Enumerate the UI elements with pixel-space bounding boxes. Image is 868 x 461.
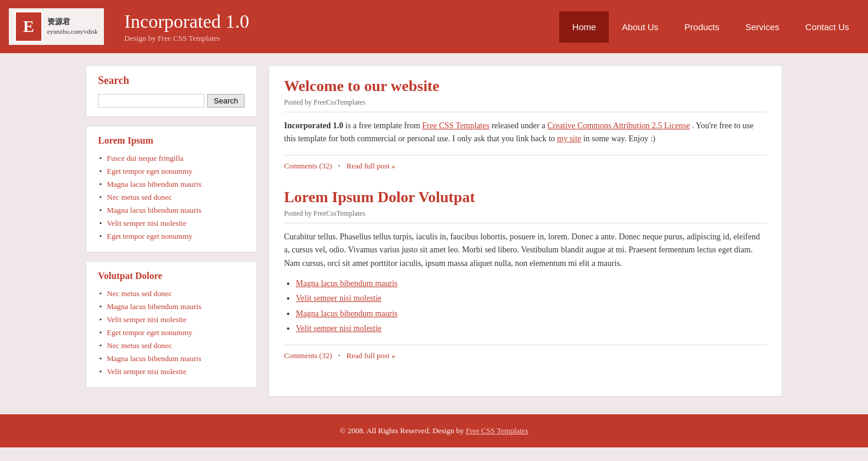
post-2-read-more[interactable]: Read full post » [347, 351, 396, 361]
post-2-list-link[interactable]: Velit semper nisi molestie [296, 324, 381, 333]
nav-home[interactable]: Home [559, 11, 609, 43]
logo-url: eyunzhu.com/vdisk [47, 27, 98, 36]
search-heading: Search [98, 74, 244, 87]
post-2-list-link[interactable]: Velit semper nisi molestie [296, 294, 381, 303]
logo-site-name: 资源君 [47, 17, 98, 27]
lorem-widget: Lorem Ipsum Fusce dui neque fringilla Eg… [86, 126, 257, 252]
footer-link[interactable]: Free CSS Templates [466, 426, 528, 435]
post-2: Lorem Ipsum Dolor Volutpat Posted by Fre… [284, 189, 767, 361]
site-title-area: Incorporated 1.0 Design by Free CSS Temp… [113, 11, 560, 43]
post-1-body: Incorporated 1.0 is a free template from… [284, 119, 767, 146]
post-1-text4: in some way. Enjoy :) [583, 134, 655, 143]
list-item-link[interactable]: Nec metus sed donec [107, 193, 172, 202]
post-2-footer: Comments (32) • Read full post » [284, 345, 767, 361]
logo-icon: E [15, 11, 43, 42]
list-item: Fusce dui neque fringilla [98, 152, 244, 165]
list-item: Magna lacus bibendum mauris [98, 300, 244, 313]
post-1-text1: is a free template from [345, 121, 422, 130]
list-item-link[interactable]: Velit semper nisi molestie [107, 315, 187, 324]
logo-text: 资源君 eyunzhu.com/vdisk [47, 17, 98, 37]
list-item-link[interactable]: Eget tempor eget nonummy [107, 167, 192, 176]
post-1-comments-link[interactable]: Comments (32) [284, 161, 332, 171]
list-item: Nec metus sed donec [98, 191, 244, 204]
nav-products[interactable]: Products [671, 11, 732, 43]
list-item-link[interactable]: Velit semper nisi molestie [107, 219, 187, 228]
search-input[interactable] [98, 94, 204, 108]
volutpat-heading: Volutpat Dolore [98, 271, 244, 281]
list-item: Eget tempor eget nonummy [98, 165, 244, 178]
post-2-list-link[interactable]: Magna lacus bibendum mauris [296, 279, 397, 288]
list-item: Magna lacus bibendum mauris [98, 204, 244, 217]
page-wrapper: Search Search Lorem Ipsum Fusce dui nequ… [80, 53, 788, 408]
list-item: Nec metus sed donec [98, 339, 244, 352]
list-item-link[interactable]: Eget tempor eget nonummy [107, 328, 192, 337]
nav-contact[interactable]: Contact Us [792, 11, 862, 43]
nav-about[interactable]: About Us [609, 11, 671, 43]
list-item: Velit semper nisi molestie [98, 365, 244, 378]
post-1-text2: released under a [491, 121, 547, 130]
list-item-link[interactable]: Magna lacus bibendum mauris [107, 302, 201, 311]
post-2-title: Lorem Ipsum Dolor Volutpat [284, 189, 767, 206]
list-item-link[interactable]: Fusce dui neque fringilla [107, 154, 184, 163]
post-2-list-link[interactable]: Magna lacus bibendum mauris [296, 309, 397, 318]
list-item: Nec metus sed donec [98, 287, 244, 300]
post-2-meta: Posted by FreeCssTemplates [284, 209, 767, 223]
search-button[interactable]: Search [207, 94, 244, 108]
footer: © 2008. All Rights Reserved. Design by F… [0, 414, 868, 447]
post-2-comments-link[interactable]: Comments (32) [284, 351, 332, 361]
volutpat-list: Nec metus sed donec Magna lacus bibendum… [98, 287, 244, 378]
list-item: Velit semper nisi molestie [98, 217, 244, 230]
footer-text: © 2008. All Rights Reserved. Design by [340, 426, 466, 435]
list-item: Magna lacus bibendum mauris [98, 178, 244, 191]
post-2-body: Curabitur tellus. Phasellus tellus turpi… [284, 230, 767, 336]
post-1-link2[interactable]: Creative Commons Attribution 2.5 License [547, 121, 690, 130]
search-form: Search [98, 94, 244, 108]
post-1-link1[interactable]: Free CSS Templates [422, 121, 490, 130]
site-title: Incorporated 1.0 [125, 11, 560, 33]
sidebar: Search Search Lorem Ipsum Fusce dui nequ… [86, 65, 257, 397]
nav-services[interactable]: Services [732, 11, 792, 43]
lorem-heading: Lorem Ipsum [98, 135, 244, 146]
site-subtitle: Design by Free CSS Templates [125, 34, 560, 43]
post-1-footer: Comments (32) • Read full post » [284, 155, 767, 171]
post-2-dot: • [338, 351, 341, 361]
post-1-brand: Incorporated 1.0 [284, 121, 343, 130]
list-item: Magna lacus bibendum mauris [98, 352, 244, 365]
lorem-list: Fusce dui neque fringilla Eget tempor eg… [98, 152, 244, 243]
post-1: Welcome to our website Posted by FreeCss… [284, 77, 767, 171]
post-1-title: Welcome to our website [284, 77, 767, 95]
list-item: Eget tempor eget nonummy [98, 230, 244, 243]
post-1-dot: • [338, 161, 341, 171]
post-1-meta: Posted by FreeCssTemplates [284, 98, 767, 112]
list-item-link[interactable]: Magna lacus bibendum mauris [107, 180, 201, 189]
logo-area: E 资源君 eyunzhu.com/vdisk [9, 8, 104, 45]
list-item-link[interactable]: Velit semper nisi molestie [107, 367, 187, 376]
list-item-link[interactable]: Magna lacus bibendum mauris [107, 354, 201, 363]
list-item-link[interactable]: Nec metus sed donec [107, 289, 172, 298]
post-2-para: Curabitur tellus. Phasellus tellus turpi… [284, 230, 767, 270]
volutpat-widget: Volutpat Dolore Nec metus sed donec Magn… [86, 261, 257, 388]
search-widget: Search Search [86, 65, 257, 117]
list-item-link[interactable]: Nec metus sed donec [107, 341, 172, 350]
list-item-link[interactable]: Eget tempor eget nonummy [107, 232, 192, 241]
list-item-link[interactable]: Magna lacus bibendum mauris [107, 206, 201, 215]
post-1-read-more[interactable]: Read full post » [347, 161, 396, 171]
list-item: Velit semper nisi molestie [98, 313, 244, 326]
list-item: Eget tempor eget nonummy [98, 326, 244, 339]
main-content: Welcome to our website Posted by FreeCss… [269, 65, 782, 397]
post-1-link3[interactable]: my site [557, 134, 581, 143]
navigation: Home About Us Products Services Contact … [559, 11, 868, 43]
